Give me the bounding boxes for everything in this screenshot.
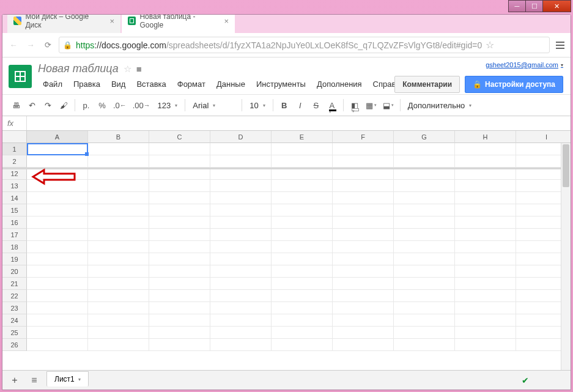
cell[interactable]: [88, 229, 149, 241]
column-header[interactable]: G: [394, 131, 455, 143]
cell[interactable]: [455, 155, 516, 168]
cell[interactable]: [149, 204, 210, 216]
redo-button[interactable]: ↷: [40, 97, 55, 113]
cell[interactable]: [333, 265, 394, 278]
column-header[interactable]: F: [333, 131, 394, 143]
cell[interactable]: [272, 339, 333, 351]
cell[interactable]: [455, 143, 516, 155]
cell[interactable]: [27, 327, 88, 339]
merge-cells-button[interactable]: ⬓: [380, 97, 396, 113]
cell[interactable]: [149, 278, 210, 290]
cell[interactable]: [88, 290, 149, 302]
font-family-select[interactable]: Arial: [189, 97, 238, 113]
row-header[interactable]: 24: [2, 314, 27, 327]
increase-decimal-button[interactable]: .00→: [130, 97, 153, 113]
font-size-select[interactable]: 10: [246, 97, 268, 113]
cell[interactable]: [149, 229, 210, 241]
cell[interactable]: [210, 339, 272, 351]
row-header[interactable]: 26: [2, 339, 27, 351]
borders-button[interactable]: ▦: [363, 97, 379, 113]
cell[interactable]: [455, 278, 516, 290]
paint-format-button[interactable]: 🖌: [56, 97, 71, 113]
cell[interactable]: [272, 180, 333, 192]
cell[interactable]: [27, 216, 88, 229]
cell[interactable]: [88, 180, 149, 192]
cell[interactable]: [333, 229, 394, 241]
cell[interactable]: [88, 155, 149, 168]
spreadsheet-grid[interactable]: ABCDEFGHI1212131415161718192021222324252…: [2, 131, 571, 370]
cell[interactable]: [27, 290, 88, 302]
cell[interactable]: [455, 253, 516, 265]
cell[interactable]: [27, 204, 88, 216]
format-percent-button[interactable]: %: [95, 97, 109, 113]
tab-close-icon[interactable]: ×: [224, 17, 229, 26]
cell[interactable]: [333, 327, 394, 339]
column-header[interactable]: E: [272, 131, 333, 143]
cell[interactable]: [394, 155, 455, 168]
cell[interactable]: [272, 241, 333, 253]
cell[interactable]: [394, 339, 455, 351]
vertical-scrollbar[interactable]: [561, 143, 571, 370]
cell[interactable]: [455, 327, 516, 339]
cell[interactable]: [394, 253, 455, 265]
cell[interactable]: [394, 265, 455, 278]
cell[interactable]: [394, 290, 455, 302]
bold-button[interactable]: B: [277, 97, 292, 113]
cell[interactable]: [455, 241, 516, 253]
italic-button[interactable]: I: [293, 97, 308, 113]
cell[interactable]: [272, 290, 333, 302]
cell[interactable]: [272, 143, 333, 155]
cell[interactable]: [272, 168, 333, 180]
cell[interactable]: [149, 339, 210, 351]
column-header[interactable]: I: [516, 131, 571, 143]
cell[interactable]: [88, 143, 149, 155]
cell[interactable]: [333, 339, 394, 351]
cell[interactable]: [455, 339, 516, 351]
cell[interactable]: [455, 265, 516, 278]
undo-button[interactable]: ↶: [24, 97, 39, 113]
nav-forward-button[interactable]: →: [24, 39, 37, 51]
cell[interactable]: [394, 229, 455, 241]
tab-close-icon[interactable]: ×: [109, 17, 114, 26]
row-header[interactable]: 14: [2, 192, 27, 204]
cell[interactable]: [333, 180, 394, 192]
add-sheet-button[interactable]: +: [7, 373, 22, 388]
cell[interactable]: [272, 229, 333, 241]
cell[interactable]: [272, 204, 333, 216]
cell[interactable]: [394, 143, 455, 155]
column-header[interactable]: A: [27, 131, 88, 143]
cell[interactable]: [455, 216, 516, 229]
menu-дополнения[interactable]: Дополнения: [312, 78, 367, 91]
cell[interactable]: [88, 241, 149, 253]
column-header[interactable]: B: [88, 131, 149, 143]
menu-инструменты[interactable]: Инструменты: [251, 78, 311, 91]
browser-tab-drive[interactable]: Мой диск – Google Диск ×: [7, 14, 120, 33]
cell[interactable]: [88, 253, 149, 265]
cell[interactable]: [394, 278, 455, 290]
comments-button[interactable]: Комментарии: [394, 76, 460, 93]
cell[interactable]: [210, 155, 272, 168]
cell[interactable]: [333, 192, 394, 204]
address-bar[interactable]: 🔒 https://docs.google.com/spreadsheets/d…: [59, 37, 550, 53]
cell[interactable]: [394, 327, 455, 339]
cell[interactable]: [149, 265, 210, 278]
cell[interactable]: [210, 216, 272, 229]
cell[interactable]: [333, 302, 394, 314]
cell[interactable]: [27, 241, 88, 253]
row-header[interactable]: 19: [2, 253, 27, 265]
row-header[interactable]: 21: [2, 278, 27, 290]
row-header[interactable]: 16: [2, 216, 27, 229]
sheet-tab-active[interactable]: Лист1: [46, 371, 89, 386]
cell[interactable]: [149, 327, 210, 339]
menu-файл[interactable]: Файл: [38, 78, 67, 91]
menu-вставка[interactable]: Вставка: [131, 78, 171, 91]
cell[interactable]: [149, 143, 210, 155]
cell[interactable]: [210, 278, 272, 290]
row-header[interactable]: 23: [2, 302, 27, 314]
cell[interactable]: [88, 192, 149, 204]
number-format-select[interactable]: 123: [154, 97, 182, 113]
scrollbar-thumb[interactable]: [563, 144, 569, 187]
row-header[interactable]: 13: [2, 180, 27, 192]
cell[interactable]: [149, 180, 210, 192]
column-header[interactable]: C: [149, 131, 210, 143]
